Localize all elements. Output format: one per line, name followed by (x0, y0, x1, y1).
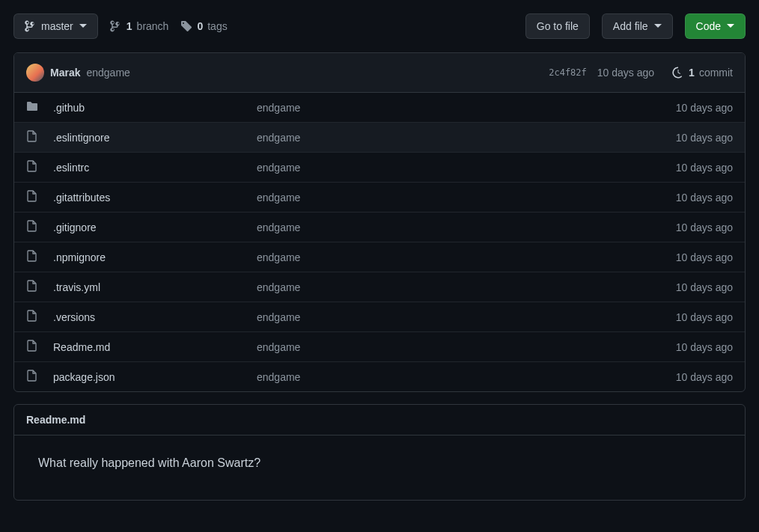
file-row: .gitattributesendgame10 days ago (14, 182, 745, 212)
file-row: .eslintrcendgame10 days ago (14, 152, 745, 182)
file-icon (26, 340, 44, 354)
file-listing: Marak endgame 2c4f82f 10 days ago 1 comm… (13, 52, 746, 392)
file-time: 10 days ago (613, 371, 733, 383)
commits-link[interactable]: 1 commit (672, 67, 733, 79)
file-row: .travis.ymlendgame10 days ago (14, 272, 745, 302)
file-icon (26, 310, 44, 324)
commit-count: 1 (689, 67, 695, 79)
file-name[interactable]: .npmignore (53, 251, 248, 263)
code-button[interactable]: Code (685, 13, 746, 39)
file-rows: .githubendgame10 days ago.eslintignoreen… (14, 93, 745, 391)
file-time: 10 days ago (613, 341, 733, 353)
file-row: .npmignoreendgame10 days ago (14, 242, 745, 272)
commit-author[interactable]: Marak (50, 67, 80, 79)
file-commit-message[interactable]: endgame (257, 251, 604, 263)
file-row: .githubendgame10 days ago (14, 93, 745, 122)
file-commit-message[interactable]: endgame (257, 102, 604, 114)
branch-label: master (41, 19, 73, 34)
author-avatar[interactable] (26, 64, 44, 82)
file-icon (26, 190, 44, 204)
file-commit-message[interactable]: endgame (257, 341, 604, 353)
caret-down-icon (727, 24, 734, 28)
git-branch-icon (110, 20, 122, 32)
tag-icon (180, 20, 192, 32)
tag-count: 0 (197, 20, 203, 32)
caret-down-icon (79, 24, 87, 28)
file-icon (26, 370, 44, 384)
history-icon (672, 67, 684, 79)
file-name[interactable]: .gitattributes (53, 192, 248, 204)
readme-box: Readme.md What really happened with Aaro… (13, 404, 746, 501)
readme-title[interactable]: Readme.md (14, 405, 745, 435)
file-commit-message[interactable]: endgame (257, 311, 604, 323)
file-name[interactable]: .travis.yml (53, 281, 248, 293)
file-commit-message[interactable]: endgame (257, 221, 604, 233)
file-time: 10 days ago (613, 311, 733, 323)
file-name[interactable]: .gitignore (53, 221, 248, 233)
latest-commit-bar: Marak endgame 2c4f82f 10 days ago 1 comm… (14, 53, 745, 93)
branch-word: branch (137, 20, 169, 32)
file-name[interactable]: .eslintrc (53, 162, 248, 174)
tag-word: tags (207, 20, 227, 32)
file-time: 10 days ago (613, 102, 733, 114)
file-time: 10 days ago (613, 221, 733, 233)
caret-down-icon (654, 24, 662, 28)
file-icon (26, 280, 44, 294)
file-row: .gitignoreendgame10 days ago (14, 212, 745, 242)
readme-body: What really happened with Aaron Swartz? (14, 435, 745, 500)
folder-icon (26, 100, 44, 114)
go-to-file-button[interactable]: Go to file (525, 13, 590, 39)
git-branch-icon (25, 20, 37, 32)
file-row: .eslintignoreendgame10 days ago (14, 122, 745, 152)
commit-sha[interactable]: 2c4f82f (549, 67, 587, 78)
file-row: .versionsendgame10 days ago (14, 302, 745, 331)
tags-link[interactable]: 0 tags (180, 20, 227, 32)
file-name[interactable]: package.json (53, 371, 248, 383)
repo-toolbar: master 1 branch 0 tags Go to file Add fi… (13, 13, 746, 39)
file-commit-message[interactable]: endgame (257, 281, 604, 293)
file-icon (26, 220, 44, 234)
file-commit-message[interactable]: endgame (257, 132, 604, 144)
file-row: Readme.mdendgame10 days ago (14, 331, 745, 361)
commit-time: 10 days ago (597, 67, 654, 79)
file-time: 10 days ago (613, 251, 733, 263)
file-commit-message[interactable]: endgame (257, 162, 604, 174)
file-name[interactable]: .eslintignore (53, 132, 248, 144)
branch-count: 1 (127, 20, 132, 32)
file-name[interactable]: .versions (53, 311, 248, 323)
file-name[interactable]: Readme.md (53, 341, 248, 353)
file-commit-message[interactable]: endgame (257, 371, 604, 383)
add-file-button[interactable]: Add file (602, 13, 673, 39)
file-icon (26, 250, 44, 264)
branch-select-button[interactable]: master (13, 13, 98, 39)
file-commit-message[interactable]: endgame (257, 192, 604, 204)
branches-link[interactable]: 1 branch (110, 20, 169, 32)
file-time: 10 days ago (613, 132, 733, 144)
file-icon (26, 160, 44, 174)
file-time: 10 days ago (613, 281, 733, 293)
commit-word: commit (699, 67, 733, 79)
file-time: 10 days ago (613, 162, 733, 174)
file-time: 10 days ago (613, 192, 733, 204)
file-name[interactable]: .github (53, 102, 248, 114)
file-icon (26, 130, 44, 144)
file-row: package.jsonendgame10 days ago (14, 361, 745, 391)
commit-message[interactable]: endgame (86, 67, 129, 79)
